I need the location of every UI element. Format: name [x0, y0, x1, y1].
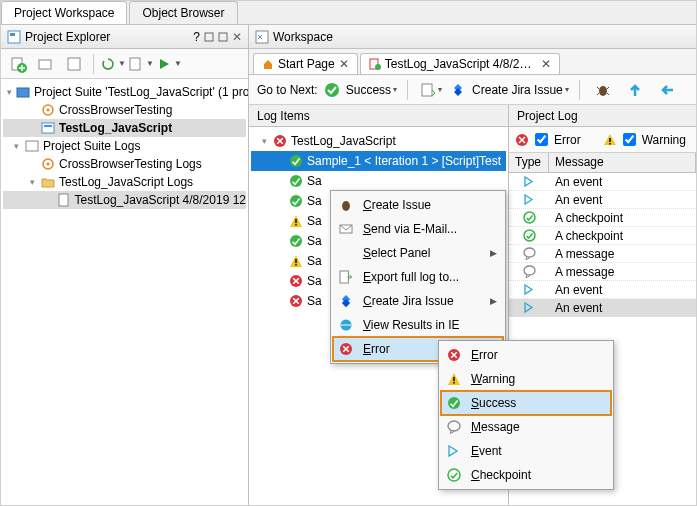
table-row[interactable]: An event: [509, 191, 696, 209]
event-icon: [509, 301, 549, 314]
proj-icon: [41, 121, 55, 135]
warning-filter-checkbox[interactable]: [623, 133, 636, 146]
log-items-title: Log Items: [249, 105, 508, 127]
menu-item-label: Select Panel: [363, 246, 430, 260]
expand-icon[interactable]: [275, 276, 285, 286]
tree-item-proj[interactable]: TestLog_JavaScript: [3, 119, 246, 137]
menu-email[interactable]: Send via E-Mail...: [333, 217, 503, 241]
tree-item-slogs[interactable]: ▾Project Suite Logs: [3, 137, 246, 155]
svg-point-26: [290, 175, 302, 187]
help-button[interactable]: ?: [193, 30, 200, 44]
menu-select_panel[interactable]: Select Panel▶: [333, 241, 503, 265]
tree-item-label: TestLog_JavaScript Logs: [59, 175, 193, 189]
row-message: An event: [549, 175, 696, 189]
expand-icon[interactable]: [275, 196, 285, 206]
refresh-button[interactable]: ▼: [100, 51, 126, 77]
explorer-tree[interactable]: ▾Project Suite 'TestLog_JavaScript' (1 p…: [1, 79, 248, 505]
tree-item-cbt[interactable]: CrossBrowserTesting: [3, 101, 246, 119]
row-message: A checkpoint: [549, 229, 696, 243]
table-row[interactable]: A checkpoint: [509, 227, 696, 245]
suite-icon: [16, 85, 30, 99]
svg-rect-13: [44, 125, 52, 127]
save-button[interactable]: [61, 51, 87, 77]
menu-create_issue[interactable]: Create Issue: [333, 193, 503, 217]
expand-icon[interactable]: [43, 195, 53, 205]
menu-checkpoint[interactable]: Checkpoint: [441, 463, 611, 487]
menu-event[interactable]: Event: [441, 439, 611, 463]
expand-icon[interactable]: ▾: [259, 136, 269, 146]
log-item-label: Sa: [307, 254, 322, 268]
message-icon: [509, 265, 549, 278]
jira-dropdown[interactable]: Create Jira Issue▾: [472, 83, 569, 97]
svg-rect-32: [295, 264, 297, 266]
expand-icon[interactable]: [275, 236, 285, 246]
menu-export[interactable]: Export full log to...: [333, 265, 503, 289]
log-toolbar: Go to Next: Success▾ ▾ Create Jira Issue…: [249, 75, 696, 105]
expand-icon[interactable]: ▾: [27, 177, 37, 187]
menu-success[interactable]: Success: [441, 391, 611, 415]
table-row[interactable]: A checkpoint: [509, 209, 696, 227]
tree-item-label: TestLog_JavaScript: [59, 121, 172, 135]
menu-item-label: Warning: [471, 372, 515, 386]
config-button[interactable]: ▼: [128, 51, 154, 77]
menu-jira[interactable]: Create Jira Issue▶: [333, 289, 503, 313]
tab-project-workspace[interactable]: Project Workspace: [1, 1, 127, 24]
menu-ie[interactable]: View Results in IE: [333, 313, 503, 337]
table-row[interactable]: An event: [509, 173, 696, 191]
sub-context-menu: ErrorWarningSuccessMessageEventCheckpoin…: [438, 340, 614, 490]
close-icon[interactable]: ✕: [339, 57, 349, 71]
log-item-root[interactable]: ▾TestLog_JavaScript: [251, 131, 506, 151]
tree-item-suite[interactable]: ▾Project Suite 'TestLog_JavaScript' (1 p…: [3, 83, 246, 101]
expand-icon[interactable]: [275, 256, 285, 266]
tab-start-page[interactable]: Start Page ✕: [253, 53, 358, 74]
export-button[interactable]: ▾: [418, 77, 444, 103]
svg-rect-12: [42, 123, 54, 133]
tab-object-browser[interactable]: Object Browser: [129, 1, 237, 24]
menu-item-label: Error: [363, 342, 390, 356]
log-icon: [369, 58, 381, 70]
menu-warning[interactable]: Warning: [441, 367, 611, 391]
expand-icon[interactable]: ▾: [11, 141, 21, 151]
error-filter-checkbox[interactable]: [535, 133, 548, 146]
tab-testlog[interactable]: TestLog_JavaScript 4/8/2019 12:2... ✕: [360, 53, 560, 74]
expand-icon[interactable]: ▾: [7, 87, 12, 97]
nav-up-button[interactable]: [622, 77, 648, 103]
col-message[interactable]: Message: [549, 153, 696, 172]
expand-icon[interactable]: [275, 176, 285, 186]
expand-icon[interactable]: [275, 156, 285, 166]
tree-item-tjlogs[interactable]: ▾TestLog_JavaScript Logs: [3, 173, 246, 191]
svg-rect-14: [26, 141, 38, 151]
expand-icon[interactable]: [27, 105, 37, 115]
menu-error[interactable]: Error: [441, 343, 611, 367]
maximize-icon[interactable]: [218, 32, 228, 42]
nav-back-button[interactable]: [654, 77, 680, 103]
table-row[interactable]: An event: [509, 299, 696, 317]
open-button[interactable]: [33, 51, 59, 77]
tree-item-cbtlogs[interactable]: CrossBrowserTesting Logs: [3, 155, 246, 173]
close-icon[interactable]: ✕: [541, 57, 551, 71]
bug-button[interactable]: [590, 77, 616, 103]
col-type[interactable]: Type: [509, 153, 549, 172]
table-row[interactable]: An event: [509, 281, 696, 299]
svg-point-39: [524, 230, 535, 241]
expand-icon[interactable]: [275, 216, 285, 226]
expand-icon[interactable]: [27, 123, 37, 133]
svg-rect-29: [295, 224, 297, 226]
log-item-r2[interactable]: Sa: [251, 171, 506, 191]
log-item-label: Sa: [307, 274, 322, 288]
svg-rect-3: [219, 33, 227, 41]
expand-icon[interactable]: [275, 296, 285, 306]
pin-icon[interactable]: [204, 32, 214, 42]
svg-rect-18: [256, 31, 268, 43]
table-row[interactable]: A message: [509, 245, 696, 263]
doc-icon: [57, 193, 71, 207]
log-item-r1[interactable]: Sample_1 < Iteration 1 > [Script]Test: [251, 151, 506, 171]
expand-icon[interactable]: [27, 159, 37, 169]
new-item-button[interactable]: [5, 51, 31, 77]
close-icon[interactable]: ✕: [232, 30, 242, 44]
menu-message[interactable]: Message: [441, 415, 611, 439]
success-dropdown[interactable]: Success▾: [346, 83, 397, 97]
tree-item-runlog[interactable]: TestLog_JavaScript 4/8/2019 12: [3, 191, 246, 209]
run-button[interactable]: ▼: [156, 51, 182, 77]
table-row[interactable]: A message: [509, 263, 696, 281]
